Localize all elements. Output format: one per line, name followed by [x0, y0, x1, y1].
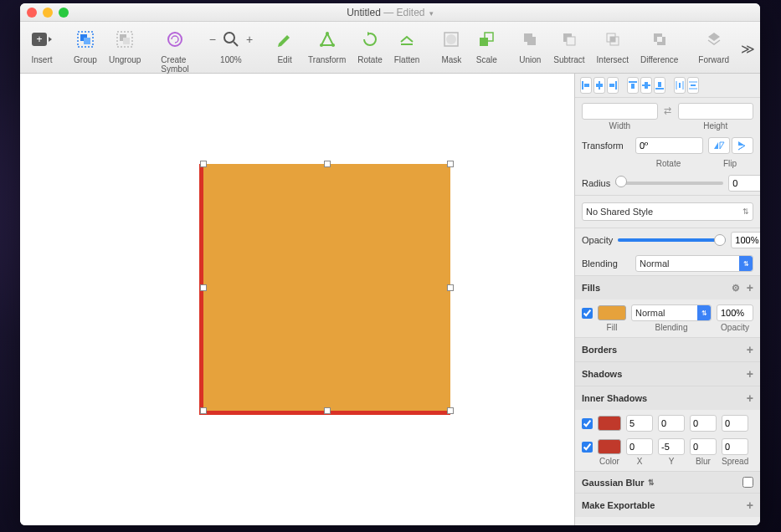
scale-icon — [475, 28, 498, 51]
intersect-tool[interactable]: Intersect — [592, 25, 634, 64]
inner-shadow-2-checkbox[interactable] — [582, 442, 593, 453]
gaussian-blur-header[interactable]: Gaussian Blur ⇅ — [575, 471, 760, 493]
chevron-updown-icon: ⇅ — [743, 260, 749, 268]
svg-text:+: + — [36, 33, 42, 45]
fill-row: Normal ⇅ — [575, 299, 760, 323]
resize-handle-sw[interactable] — [200, 407, 207, 414]
svg-rect-34 — [658, 82, 661, 87]
minimize-window-button[interactable] — [43, 8, 53, 18]
title-chevron-icon[interactable]: ▾ — [429, 9, 434, 18]
fill-opacity-field[interactable] — [717, 304, 753, 321]
inner-shadow-1-checkbox[interactable] — [582, 418, 593, 429]
scale-tool[interactable]: Scale — [470, 25, 503, 64]
ungroup-tool[interactable]: Ungroup — [104, 25, 146, 64]
canvas[interactable] — [20, 74, 574, 525]
rotate-icon — [358, 28, 382, 51]
app-window: Untitled — Edited ▾ + Insert Group Ungro… — [20, 3, 760, 525]
toolbar-overflow-button[interactable]: ≫ — [736, 41, 760, 57]
align-top-button[interactable] — [627, 77, 639, 94]
make-exportable-header[interactable]: Make Exportable + — [575, 493, 760, 517]
svg-rect-32 — [645, 82, 648, 89]
svg-rect-24 — [584, 84, 589, 87]
gaussian-blur-checkbox[interactable] — [742, 477, 753, 488]
lock-aspect-icon[interactable]: ⇄ — [663, 103, 673, 130]
insert-tool[interactable]: + Insert — [25, 25, 59, 64]
intersect-icon — [601, 28, 624, 51]
blending-label: Blending — [582, 258, 630, 269]
inner-shadow-1-x[interactable] — [626, 415, 653, 432]
opacity-slider[interactable] — [618, 238, 726, 242]
inner-shadow-1-spread[interactable] — [722, 415, 748, 432]
difference-tool[interactable]: Difference — [635, 25, 683, 64]
resize-handle-e[interactable] — [447, 284, 454, 291]
resize-handle-w[interactable] — [200, 284, 207, 291]
inner-shadow-1-blur[interactable] — [690, 415, 717, 432]
align-right-button[interactable] — [607, 77, 619, 94]
transform-icon — [316, 28, 339, 51]
add-shadow-button[interactable]: + — [747, 367, 753, 381]
align-vcenter-button[interactable] — [640, 77, 652, 94]
mask-icon — [439, 28, 463, 51]
close-window-button[interactable] — [27, 8, 37, 18]
group-tool[interactable]: Group — [69, 25, 102, 64]
radius-field[interactable] — [728, 175, 760, 192]
zoom-in-icon[interactable]: + — [246, 33, 253, 46]
align-left-button[interactable] — [580, 77, 592, 94]
transform-tool[interactable]: Transform — [303, 25, 351, 64]
rotate-sublabel: Rotate — [635, 159, 701, 168]
zoom-tool[interactable]: − + 100% — [204, 25, 258, 64]
union-tool[interactable]: Union — [513, 25, 547, 64]
flatten-icon — [395, 28, 419, 51]
inner-shadow-2-x[interactable] — [626, 438, 653, 455]
inner-shadow-2-color[interactable] — [598, 439, 621, 454]
rotate-tool[interactable]: Rotate — [352, 25, 387, 64]
opacity-field[interactable] — [731, 232, 760, 248]
shared-style-select[interactable]: No Shared Style ⇅ — [582, 202, 753, 221]
flatten-tool[interactable]: Flatten — [389, 25, 425, 64]
align-hcenter-button[interactable] — [593, 77, 605, 94]
edit-tool[interactable]: Edit — [268, 25, 301, 64]
mask-tool[interactable]: Mask — [434, 25, 468, 64]
fill-color-swatch[interactable] — [598, 305, 626, 320]
gear-icon[interactable]: ⚙ — [732, 283, 740, 294]
create-symbol-tool[interactable]: Create Symbol — [156, 25, 193, 74]
inner-shadow-2-y[interactable] — [658, 438, 685, 455]
resize-handle-nw[interactable] — [200, 161, 207, 167]
resize-handle-ne[interactable] — [447, 161, 454, 167]
blending-select[interactable]: Normal ⇅ — [635, 255, 753, 272]
align-bottom-button[interactable] — [654, 77, 665, 94]
radius-slider[interactable] — [615, 182, 723, 185]
add-fill-button[interactable]: + — [747, 281, 753, 294]
subtract-tool[interactable]: Subtract — [548, 25, 589, 64]
resize-handle-s[interactable] — [324, 407, 331, 414]
inner-shadow-1-color[interactable] — [598, 416, 621, 431]
resize-handle-n[interactable] — [324, 161, 331, 167]
svg-point-9 — [224, 33, 234, 43]
rotate-field[interactable] — [635, 137, 703, 154]
group-icon — [74, 28, 97, 51]
flip-vertical-button[interactable] — [732, 137, 753, 154]
fill-enabled-checkbox[interactable] — [582, 308, 593, 319]
height-label: Height — [678, 121, 754, 130]
inner-shadow-2-blur[interactable] — [690, 438, 717, 455]
inner-shadow-1-y[interactable] — [658, 415, 685, 432]
distribute-v-button[interactable] — [687, 77, 699, 94]
height-field[interactable] — [678, 103, 754, 120]
width-field[interactable] — [582, 103, 658, 120]
add-inner-shadow-button[interactable]: + — [747, 391, 753, 405]
inner-shadow-row-2 — [575, 433, 760, 457]
opacity-label: Opacity — [582, 235, 613, 245]
edit-icon — [273, 28, 296, 51]
distribute-h-button[interactable] — [674, 77, 686, 94]
inner-shadow-row-1 — [575, 410, 760, 433]
flip-horizontal-button[interactable] — [708, 137, 730, 154]
selected-rectangle[interactable] — [199, 164, 450, 415]
forward-tool[interactable]: Forward — [693, 25, 734, 64]
resize-handle-se[interactable] — [447, 407, 454, 414]
zoom-out-icon[interactable]: − — [209, 33, 216, 46]
fill-blending-select[interactable]: Normal ⇅ — [631, 304, 712, 321]
inner-shadow-2-spread[interactable] — [722, 438, 748, 455]
add-export-button[interactable]: + — [747, 499, 753, 512]
zoom-window-button[interactable] — [59, 8, 69, 18]
add-border-button[interactable]: + — [747, 343, 753, 356]
